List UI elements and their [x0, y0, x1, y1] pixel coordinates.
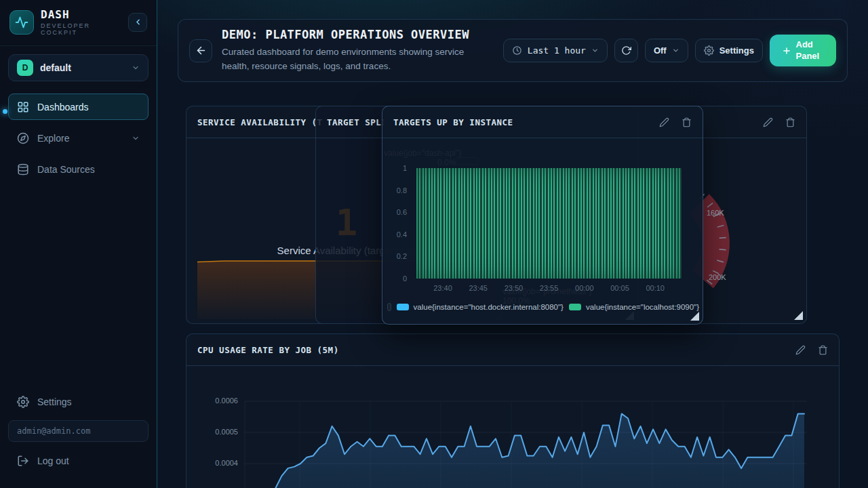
clock-icon — [512, 45, 522, 56]
legend-swatch — [569, 304, 581, 310]
gear-icon — [704, 45, 714, 56]
y-tick-label: 1 — [384, 164, 407, 172]
y-tick-label: 0.8 — [384, 186, 407, 195]
x-tick-label: 00:10 — [638, 284, 672, 292]
refresh-icon — [621, 45, 631, 56]
gauge-axis-label: 200K — [709, 273, 726, 281]
legend-label: value{instance="host.docker.internal:808… — [414, 303, 564, 311]
chevron-down-icon — [591, 47, 599, 54]
app-logo — [9, 10, 34, 35]
dashboard-title: DEMO: PLATFORM OPERATIONS OVERVIEW — [222, 28, 486, 41]
add-panel-label: Add Panel — [796, 39, 825, 62]
x-tick-label: 23:45 — [461, 284, 495, 292]
settings-button-label: Settings — [719, 45, 754, 56]
arrow-left-icon — [195, 45, 207, 56]
logout-icon — [17, 455, 29, 467]
time-range-selector[interactable]: Last 1 hour — [503, 39, 608, 62]
sidebar-item-label: Settings — [37, 396, 72, 407]
refresh-interval-selector[interactable]: Off — [645, 39, 688, 62]
app-subtitle: DEVELOPER COCKPIT — [41, 22, 121, 36]
dashboard-header: DEMO: PLATFORM OPERATIONS OVERVIEW Curat… — [178, 19, 848, 82]
sidebar-item-label: Explore — [37, 133, 69, 144]
x-tick-label: 00:05 — [603, 284, 637, 292]
panel-title: SERVICE AVAILABILITY (TARGETS UP) — [197, 117, 322, 127]
delete-icon[interactable] — [818, 345, 828, 355]
gear-icon — [17, 396, 29, 408]
y-tick-label: 0.0006 — [197, 396, 238, 405]
brand: DASH DEVELOPER COCKPIT — [0, 0, 157, 43]
y-tick-label: 0.2 — [384, 252, 407, 260]
activity-pulse-icon — [15, 16, 28, 29]
sidebar-item-label: Data Sources — [37, 164, 95, 175]
resize-handle[interactable] — [690, 312, 699, 321]
panel-header[interactable]: TARGETS UP BY INSTANCE — [382, 106, 703, 138]
divider — [0, 45, 157, 46]
workspace-avatar: D — [17, 60, 33, 76]
panel-title: CPU USAGE RATE BY JOB (5M) — [197, 345, 339, 355]
workspace-selector[interactable]: D default — [8, 54, 149, 81]
chevron-down-icon — [132, 64, 140, 72]
legend-swatch — [397, 304, 409, 310]
sidebar-item-data-sources[interactable]: Data Sources — [8, 156, 149, 182]
x-tick-label: 23:55 — [532, 284, 566, 292]
sidebar-item-logout[interactable]: Log out — [8, 447, 149, 474]
delete-icon[interactable] — [682, 117, 692, 127]
database-icon — [17, 163, 29, 176]
compass-icon — [17, 132, 29, 144]
chevron-down-icon — [672, 47, 679, 54]
x-tick-label: 23:40 — [426, 284, 460, 292]
chevron-left-icon — [134, 18, 142, 26]
chart-legend: value{instance="host.docker.internal:808… — [387, 303, 699, 311]
refresh-interval-value: Off — [654, 45, 667, 56]
add-panel-button[interactable]: Add Panel — [770, 35, 836, 66]
app-name: DASH — [41, 8, 121, 21]
plus-icon — [782, 46, 791, 56]
sidebar-item-settings[interactable]: Settings — [8, 388, 149, 415]
legend-checkbox[interactable] — [387, 303, 391, 311]
edit-icon[interactable] — [763, 117, 773, 127]
panel-cpu-usage-rate: CPU USAGE RATE BY JOB (5M) 0.00060.00050… — [186, 333, 840, 488]
sidebar-item-label: Log out — [37, 455, 69, 466]
legend-label: value{instance="localhost:9090"} — [586, 303, 699, 311]
refresh-button[interactable] — [614, 39, 638, 62]
panel-targets-up-by-instance: TARGETS UP BY INSTANCE 10.80.60.40.20 23… — [382, 106, 703, 325]
y-tick-label: 0.6 — [384, 208, 407, 216]
panel-title: TARGET SPLIT — [327, 117, 384, 127]
panel-title: TARGETS UP BY INSTANCE — [393, 117, 513, 127]
time-range-value: Last 1 hour — [528, 45, 586, 56]
bar-chart-area — [416, 168, 682, 279]
legend-item[interactable]: value{instance="host.docker.internal:808… — [397, 303, 564, 311]
sidebar: DASH DEVELOPER COCKPIT D default Dashboa… — [0, 0, 157, 488]
x-tick-label: 00:00 — [568, 284, 601, 292]
delete-icon[interactable] — [785, 117, 795, 127]
dashboard-description: Curated dashboard for demo environments … — [222, 45, 483, 74]
chevron-down-icon — [132, 134, 140, 142]
x-tick-label: 23:50 — [496, 284, 530, 292]
dashboard-content: DEMO: PLATFORM OPERATIONS OVERVIEW Curat… — [157, 0, 868, 488]
edit-icon[interactable] — [659, 117, 669, 127]
cpu-line-chart — [186, 367, 840, 488]
dashboard-settings-button[interactable]: Settings — [695, 39, 763, 62]
y-tick-label: 0 — [384, 274, 407, 283]
legend-item[interactable]: value{instance="localhost:9090"} — [569, 303, 699, 311]
grid-icon — [17, 101, 29, 113]
workspace-name: default — [40, 62, 125, 73]
sidebar-item-dashboards[interactable]: Dashboards — [8, 94, 149, 120]
user-email: admin@admin.com — [8, 420, 149, 442]
y-tick-label: 0.0005 — [197, 428, 238, 436]
sidebar-item-label: Dashboards — [37, 102, 89, 113]
panel-header[interactable]: CPU USAGE RATE BY JOB (5M) — [186, 334, 839, 366]
back-button[interactable] — [189, 39, 212, 62]
gauge-axis-label: 160K — [707, 209, 724, 217]
y-tick-label: 0.0004 — [197, 459, 238, 467]
resize-handle[interactable] — [794, 311, 803, 320]
y-tick-label: 0.4 — [384, 230, 407, 239]
active-nav-indicator — [3, 109, 7, 114]
edit-icon[interactable] — [795, 345, 806, 355]
sidebar-item-explore[interactable]: Explore — [8, 125, 149, 151]
sidebar-collapse-button[interactable] — [128, 13, 147, 32]
